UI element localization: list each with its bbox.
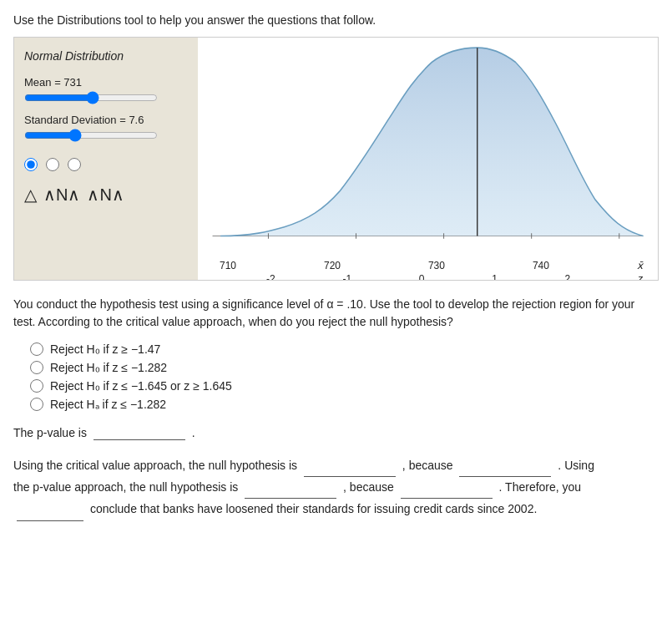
z-label-n2: -2 <box>266 273 275 280</box>
conclusion-therefore: . Therefore, you <box>499 480 582 494</box>
x-label-730: 730 <box>428 260 445 271</box>
option-4: Reject Hₐ if z ≤ −1.282 <box>30 398 659 411</box>
right-panel: 710 720 730 740 x̄ -2 -1 0 1 2 z <box>198 38 658 280</box>
null-hyp-blank-2[interactable] <box>245 477 336 499</box>
conclusion-because-2: , because <box>343 480 394 494</box>
normal-tail-icon[interactable]: ∧Ν∧ <box>87 185 124 205</box>
x-label-710: 710 <box>220 260 236 271</box>
z-label-0: 0 <box>419 273 425 280</box>
conclusion-because-1: , because <box>402 459 453 472</box>
p-value-prefix: The p-value is <box>13 426 87 439</box>
dist-title: Normal Distribution <box>24 49 188 63</box>
p-value-blank[interactable] <box>93 426 185 440</box>
x-label-720: 720 <box>324 260 341 271</box>
intro-text: Use the Distributions tool to help you a… <box>13 13 659 27</box>
chart-area: 710 720 730 740 x̄ -2 -1 0 1 2 z <box>205 46 651 280</box>
std-label: Standard Deviation = 7.6 <box>24 114 188 126</box>
p-value-period: . <box>192 426 195 439</box>
option-1-radio[interactable] <box>30 342 43 356</box>
answer-options: Reject H₀ if z ≥ −1.47 Reject H₀ if z ≤ … <box>30 342 659 411</box>
conclusion-line1-prefix: Using the critical value approach, the n… <box>13 459 297 472</box>
conclusion-section: Using the critical value approach, the n… <box>13 455 659 521</box>
mean-slider[interactable] <box>24 92 158 104</box>
radio-outline2[interactable] <box>68 158 81 171</box>
option-3-radio[interactable] <box>30 379 43 393</box>
left-panel: Normal Distribution Mean = 731 Standard … <box>14 38 198 280</box>
z-label-z: z <box>638 273 643 280</box>
option-1-label: Reject H₀ if z ≥ −1.47 <box>50 342 160 356</box>
option-2-radio[interactable] <box>30 361 43 374</box>
p-value-section: The p-value is . <box>13 426 659 440</box>
questions-section: You conduct the hypothesis test using a … <box>13 296 659 521</box>
option-2: Reject H₀ if z ≤ −1.282 <box>30 361 659 374</box>
conclusion-using: . Using <box>558 459 594 472</box>
z-label-2: 2 <box>565 273 571 280</box>
option-3-label: Reject H₀ if z ≤ −1.645 or z ≥ 1.645 <box>50 379 232 393</box>
mean-section: Mean = 731 <box>24 76 188 104</box>
conclusion-line2-prefix: the p-value approach, the null hypothesi… <box>13 480 238 494</box>
z-label-n1: -1 <box>342 273 351 280</box>
radio-filled[interactable] <box>24 158 38 171</box>
mean-label: Mean = 731 <box>24 76 188 89</box>
null-hyp-blank-1[interactable] <box>304 455 396 477</box>
icon-row: △ ∧Ν∧ ∧Ν∧ <box>24 185 188 205</box>
option-1: Reject H₀ if z ≥ −1.47 <box>30 342 659 356</box>
because-blank-2[interactable] <box>401 477 493 499</box>
distribution-tool: Normal Distribution Mean = 731 Standard … <box>13 37 659 281</box>
display-radio-group <box>24 158 188 171</box>
option-2-label: Reject H₀ if z ≤ −1.282 <box>50 361 167 374</box>
distribution-chart <box>205 46 651 263</box>
radio-outline1[interactable] <box>46 158 59 171</box>
std-slider[interactable] <box>24 129 158 141</box>
normal-shaded-icon[interactable]: ∧Ν∧ <box>43 185 80 205</box>
std-section: Standard Deviation = 7.6 <box>24 114 188 141</box>
conclusion-final-blank[interactable] <box>17 499 83 520</box>
z-label-1: 1 <box>492 273 498 280</box>
conclusion-line3: conclude that banks have loosened their … <box>90 502 537 515</box>
question-text: You conduct the hypothesis test using a … <box>13 296 659 331</box>
because-blank-1[interactable] <box>459 455 551 477</box>
option-4-label: Reject Hₐ if z ≤ −1.282 <box>50 398 166 411</box>
x-label-xbar: x̄ <box>637 260 643 271</box>
option-3: Reject H₀ if z ≤ −1.645 or z ≥ 1.645 <box>30 379 659 393</box>
x-label-740: 740 <box>533 260 549 271</box>
normal-dist-icon[interactable]: △ <box>24 185 37 205</box>
option-4-radio[interactable] <box>30 398 43 411</box>
